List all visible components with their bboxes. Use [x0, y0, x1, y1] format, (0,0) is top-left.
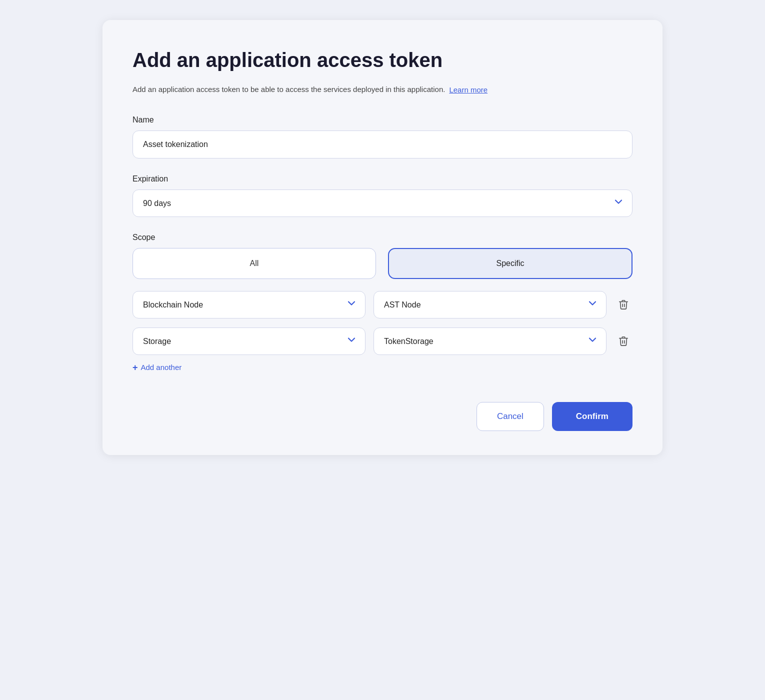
trash-icon [618, 336, 629, 346]
scope-row-1-delete-button[interactable] [614, 296, 632, 313]
modal-container: Add an application access token Add an a… [102, 20, 662, 455]
scope-row-2-left-wrapper: Blockchain Node Storage AST Node TokenSt… [132, 328, 366, 355]
expiration-field-group: Expiration 30 days 60 days 90 days 180 d… [132, 174, 632, 217]
scope-row-1-right-wrapper: Blockchain Node Storage AST Node TokenSt… [374, 291, 606, 318]
confirm-button[interactable]: Confirm [552, 402, 632, 431]
add-another-label: Add another [141, 363, 182, 372]
description-text: Add an application access token to be ab… [132, 84, 445, 96]
scope-row-2-right-wrapper: Blockchain Node Storage AST Node TokenSt… [374, 328, 606, 355]
name-input[interactable] [132, 130, 632, 158]
name-label: Name [132, 116, 632, 124]
scope-row: Blockchain Node Storage AST Node TokenSt… [132, 328, 632, 355]
trash-icon [618, 299, 629, 310]
plus-icon: + [132, 363, 138, 372]
page-title: Add an application access token [132, 48, 632, 72]
scope-row-2-left-select[interactable]: Blockchain Node Storage AST Node TokenSt… [132, 328, 366, 355]
scope-row-2-delete-button[interactable] [614, 332, 632, 350]
scope-rows-container: Blockchain Node Storage AST Node TokenSt… [132, 291, 632, 355]
description-row: Add an application access token to be ab… [132, 84, 632, 96]
expiration-select-wrapper: 30 days 60 days 90 days 180 days 1 year … [132, 190, 632, 217]
add-another-button[interactable]: + Add another [132, 363, 182, 372]
scope-label: Scope [132, 233, 632, 242]
name-field-group: Name [132, 116, 632, 158]
learn-more-link[interactable]: Learn more [449, 86, 488, 94]
expiration-label: Expiration [132, 174, 632, 184]
scope-row-1-left-wrapper: Blockchain Node Storage AST Node TokenSt… [132, 291, 366, 318]
scope-row-1-left-select[interactable]: Blockchain Node Storage AST Node TokenSt… [132, 291, 366, 318]
cancel-button[interactable]: Cancel [476, 402, 544, 431]
scope-all-button[interactable]: All [132, 248, 376, 279]
scope-row-1-right-select[interactable]: Blockchain Node Storage AST Node TokenSt… [374, 291, 606, 318]
scope-section: Scope All Specific Blockchain Node Stora… [132, 233, 632, 372]
scope-row: Blockchain Node Storage AST Node TokenSt… [132, 291, 632, 318]
scope-row-2-right-select[interactable]: Blockchain Node Storage AST Node TokenSt… [374, 328, 606, 355]
scope-buttons-group: All Specific [132, 248, 632, 279]
expiration-select[interactable]: 30 days 60 days 90 days 180 days 1 year … [132, 190, 632, 217]
scope-specific-button[interactable]: Specific [388, 248, 632, 279]
footer-actions: Cancel Confirm [132, 402, 632, 431]
